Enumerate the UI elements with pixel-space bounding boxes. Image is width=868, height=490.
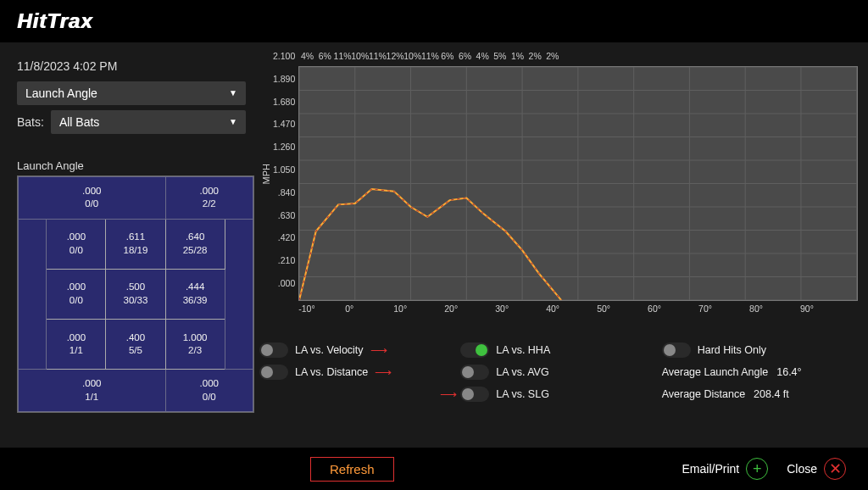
toggle-label: Hard Hits Only	[698, 344, 766, 356]
stat-value: 208.4 ft	[754, 388, 789, 400]
chart-x-axis: -10°0°10°20°30°40°50°60°70°80°90°	[298, 303, 858, 322]
toggle-hard-hits[interactable]	[662, 342, 691, 358]
session-timestamp: 11/8/2023 4:02 PM	[17, 59, 246, 73]
arrow-right-icon: ⟶	[370, 343, 386, 357]
zone-outer-bot-left: .0001/1	[19, 370, 166, 412]
zone-outer-right	[225, 219, 253, 369]
zone-cell: .44436/39	[165, 269, 225, 319]
strike-zone-grid: .0000/0 .0002/2 .0000/0 .61118/19 .64025…	[17, 175, 254, 413]
zone-cell: .64025/28	[165, 219, 225, 269]
close-icon: ✕	[824, 458, 846, 480]
bats-select[interactable]: All Bats ▼	[51, 110, 246, 134]
chart-area: MPH 2.1001.8901.6801.4701.2601.050.840.6…	[259, 51, 858, 322]
stat-label: Average Launch Angle	[662, 366, 769, 378]
app-root: HitTrax 11/8/2023 4:02 PM Launch Angle ▼…	[0, 0, 868, 490]
toggle-label: LA vs. Distance	[295, 366, 368, 378]
zone-cell: .50030/33	[106, 269, 165, 319]
email-print-button[interactable]: Email/Print +	[682, 458, 769, 480]
zone-outer-bot-right: .0000/0	[165, 370, 253, 412]
close-label: Close	[787, 462, 817, 476]
app-header: HitTrax	[0, 0, 868, 42]
chart-svg	[299, 67, 857, 300]
stat-label: Average Distance	[662, 388, 745, 400]
zone-cell: .61118/19	[106, 219, 165, 269]
toggle-la-distance[interactable]	[259, 365, 288, 380]
chart-y-label: MPH	[259, 164, 273, 184]
arrow-right-icon: ⟶	[375, 365, 390, 379]
metric-select-value: Launch Angle	[25, 81, 97, 105]
chart-y-axis: 2.1001.8901.6801.4701.2601.050.840.630.4…	[273, 51, 298, 288]
zone-cell: .0000/0	[47, 219, 106, 269]
zone-outer-top-left: .0000/0	[19, 177, 166, 220]
toggle-label: LA vs. AVG	[496, 366, 548, 378]
chevron-down-icon: ▼	[229, 110, 237, 134]
app-footer: Refresh Email/Print + Close ✕	[0, 448, 868, 490]
close-button[interactable]: Close ✕	[787, 458, 846, 480]
metric-select[interactable]: Launch Angle ▼	[17, 81, 246, 105]
zone-cell: .0001/1	[47, 320, 106, 370]
arrow-right-icon: ⟶	[440, 387, 455, 401]
stat-value: 16.4°	[776, 366, 801, 378]
toggle-la-slg[interactable]	[460, 387, 489, 402]
left-panel: 11/8/2023 4:02 PM Launch Angle ▼ Bats: A…	[0, 42, 254, 448]
app-body: 11/8/2023 4:02 PM Launch Angle ▼ Bats: A…	[0, 42, 868, 448]
bats-label: Bats:	[17, 115, 44, 129]
brand-logo: HitTrax	[17, 9, 92, 33]
zone-panel-title: Launch Angle	[17, 159, 246, 172]
zone-cell: .4005/5	[106, 320, 165, 370]
zone-outer-left	[19, 219, 47, 369]
toggle-section: LA vs. Velocity ⟶ LA vs. Distance ⟶ ⟶	[259, 339, 858, 405]
zone-outer-top-right: .0002/2	[165, 177, 253, 220]
refresh-button[interactable]: Refresh	[310, 457, 394, 482]
chart-plot[interactable]	[298, 66, 858, 301]
email-print-label: Email/Print	[682, 462, 740, 476]
chevron-down-icon: ▼	[229, 81, 237, 105]
toggle-label: LA vs. HHA	[496, 344, 550, 356]
zone-cell: 1.0002/3	[165, 320, 225, 370]
toggle-la-hha[interactable]	[460, 342, 489, 358]
bats-select-value: All Bats	[59, 110, 99, 134]
toggle-label: LA vs. SLG	[496, 388, 549, 400]
toggle-la-velocity[interactable]	[259, 342, 288, 358]
zone-cell: .0000/0	[47, 269, 106, 319]
plus-icon: +	[746, 458, 768, 480]
chart-top-percent-row: 4%6%11%10%11%12%10%11%6%6%4%5%1%2%2%	[298, 51, 858, 66]
toggle-label: LA vs. Velocity	[295, 344, 364, 356]
toggle-la-avg[interactable]	[460, 365, 489, 380]
bats-row: Bats: All Bats ▼	[17, 110, 246, 134]
right-panel: MPH 2.1001.8901.6801.4701.2601.050.840.6…	[254, 42, 868, 448]
